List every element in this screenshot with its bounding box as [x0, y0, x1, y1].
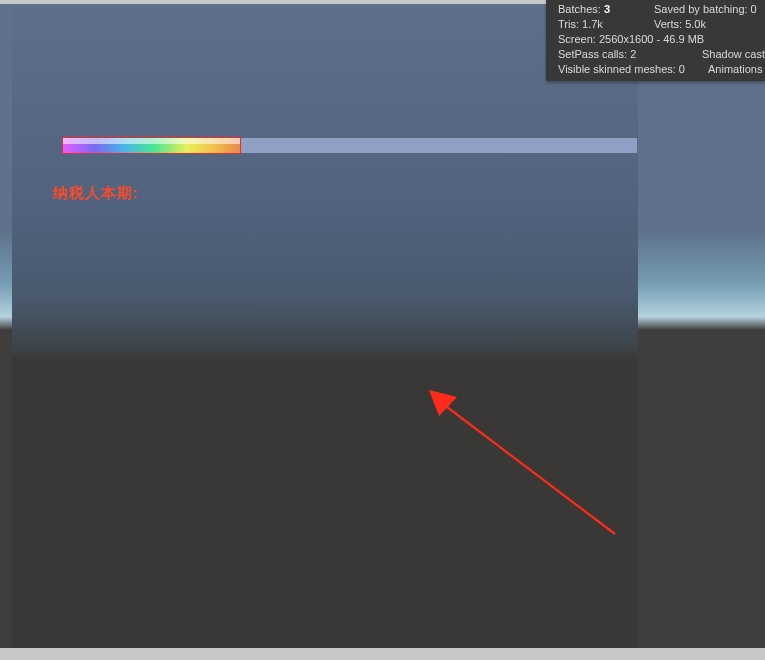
- stats-setpass: SetPass calls: 2: [558, 47, 702, 62]
- stats-row-setpass: SetPass calls: 2 Shadow cast: [558, 47, 765, 62]
- game-view-panel[interactable]: 纳税人本期:: [12, 8, 638, 648]
- stats-verts: Verts: 5.0k: [654, 17, 706, 32]
- stats-screen: Screen: 2560x1600 - 46.9 MB: [558, 32, 704, 47]
- bottom-border: [0, 648, 765, 660]
- stats-batches-value: 3: [604, 3, 610, 15]
- progress-bar-fill[interactable]: [62, 137, 241, 154]
- annotation-arrow-icon: [429, 390, 619, 538]
- stats-shadow: Shadow cast: [702, 47, 765, 62]
- stats-meshes: Visible skinned meshes: 0: [558, 62, 708, 77]
- stats-row-screen: Screen: 2560x1600 - 46.9 MB: [558, 32, 765, 47]
- stats-overlay[interactable]: Batches: 3 Saved by batching: 0 Tris: 1.…: [546, 0, 765, 81]
- taxpayer-label: 纳税人本期:: [53, 184, 139, 203]
- svg-line-0: [443, 404, 615, 534]
- stats-row-tris: Tris: 1.7k Verts: 5.0k: [558, 17, 765, 32]
- stats-row-batches: Batches: 3 Saved by batching: 0: [558, 2, 765, 17]
- stats-saved-batching: Saved by batching: 0: [654, 2, 757, 17]
- stats-animations: Animations: [708, 62, 762, 77]
- stats-row-meshes: Visible skinned meshes: 0 Animations: [558, 62, 765, 77]
- stats-tris: Tris: 1.7k: [558, 17, 654, 32]
- stats-batches-label: Batches:: [558, 3, 601, 15]
- svg-marker-1: [429, 390, 457, 416]
